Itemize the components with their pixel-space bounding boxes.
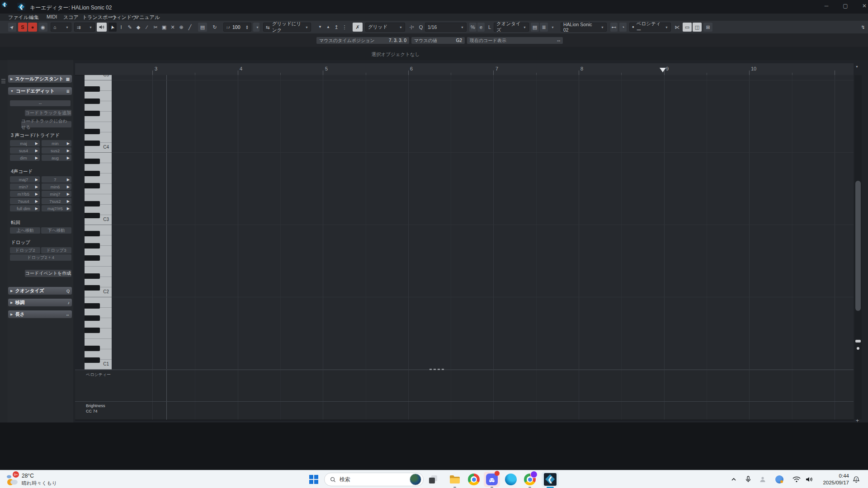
- drop2-button[interactable]: ドロップ2: [10, 247, 40, 253]
- menu-window[interactable]: ウィンドウ: [111, 14, 137, 21]
- lane-resize-grip[interactable]: [429, 369, 445, 370]
- play-icon[interactable]: ▶: [35, 206, 38, 211]
- play-icon[interactable]: ▶: [35, 149, 38, 153]
- chord-button-sus4[interactable]: sus4▶: [10, 147, 40, 154]
- insert-velocity-field[interactable]: ↓♪ 100 ▲▼: [223, 23, 251, 32]
- close-button[interactable]: ✕: [857, 3, 868, 9]
- panel-scale-assistant[interactable]: ▶ スケールアシスタント ▦: [8, 75, 72, 83]
- nudge-down-button[interactable]: ▼: [316, 23, 324, 32]
- link-to-grid-combo[interactable]: ⇆ グリッドにリンク ▼: [263, 23, 311, 32]
- midi-input-button[interactable]: ≣: [540, 23, 548, 32]
- piano-keyboard[interactable]: C5 C4 C3 C2 C1: [85, 75, 112, 370]
- play-icon[interactable]: ▶: [35, 199, 38, 203]
- play-icon[interactable]: ▶: [35, 192, 38, 196]
- play-icon[interactable]: ▶: [35, 141, 38, 145]
- iterative-quantize-button[interactable]: %: [469, 23, 476, 32]
- current-chord-field[interactable]: 現在のコード表示 --: [467, 37, 563, 44]
- menu-midi[interactable]: MIDI: [47, 14, 57, 19]
- chord-button-maj7[interactable]: maj7▶: [10, 176, 40, 183]
- panel-quantize[interactable]: ▶ クオンタイズ Q: [8, 287, 72, 295]
- black-key[interactable]: [85, 141, 100, 146]
- glue-tool[interactable]: ▣: [160, 23, 168, 32]
- black-key[interactable]: [85, 285, 100, 291]
- play-icon[interactable]: ▶: [35, 185, 38, 189]
- draw-tool[interactable]: ✎: [126, 23, 134, 32]
- add-chord-track-button[interactable]: コードトラックを追加: [25, 110, 71, 116]
- setup-window-button[interactable]: ⊞: [703, 23, 712, 32]
- chord-button-m7b5[interactable]: m7/b5▶: [10, 191, 40, 197]
- tray-clock[interactable]: 0:44 2025/09/17: [816, 473, 849, 486]
- track-output-combo[interactable]: HALion Sonic 02▼: [561, 23, 607, 32]
- split-tool[interactable]: ✂: [151, 23, 160, 32]
- pointer-pin-icon[interactable]: ➤: [8, 23, 16, 32]
- acoustic-feedback-button[interactable]: ◉: [38, 23, 47, 32]
- velocity-steppers[interactable]: ▲▼: [243, 25, 249, 29]
- play-icon[interactable]: ▶: [67, 185, 70, 189]
- black-key[interactable]: [85, 201, 100, 206]
- chord-button-7sus4[interactable]: 7sus4▶: [10, 198, 40, 204]
- timeline-ruler[interactable]: 3 4 5 6 7 8 9 10: [75, 63, 854, 75]
- black-key[interactable]: [85, 86, 100, 92]
- menu-file[interactable]: ファイル: [8, 14, 28, 21]
- scrollbar-thumb[interactable]: [855, 181, 861, 311]
- play-icon[interactable]: ▶: [67, 178, 70, 182]
- nudge-settings-button[interactable]: ⋮: [341, 23, 348, 32]
- tray-expand-button[interactable]: [729, 473, 739, 486]
- play-icon[interactable]: ▶: [35, 156, 38, 160]
- erase-tool[interactable]: ◆: [134, 23, 142, 32]
- zoom-tool[interactable]: ⊕: [177, 23, 185, 32]
- tray-wifi-button[interactable]: [791, 473, 802, 486]
- chord-button-aug[interactable]: aug▶: [42, 155, 71, 161]
- insert-velocity-value[interactable]: 100: [232, 24, 241, 30]
- search-highlight-earth-image[interactable]: [410, 474, 421, 485]
- black-key[interactable]: [85, 171, 100, 176]
- solo-editor-button[interactable]: S: [18, 23, 27, 32]
- black-key[interactable]: [85, 303, 100, 309]
- mouse-value-field[interactable]: マウスの値 G2: [411, 37, 465, 44]
- match-chord-track-button[interactable]: コードトラックに合わせる: [21, 121, 71, 127]
- chord-button-min7[interactable]: min7▶: [10, 183, 40, 190]
- chord-button-minj7[interactable]: minj7▶: [42, 191, 71, 197]
- line-tool-a[interactable]: ∕: [143, 23, 151, 32]
- left-zone-toggle[interactable]: ▤: [198, 23, 207, 32]
- move-down-button[interactable]: 下へ移動: [41, 227, 71, 234]
- velocity-menu-button[interactable]: ▼: [253, 23, 259, 32]
- autoscroll-combo[interactable]: ⇉▼: [74, 23, 95, 32]
- chord-button-maj[interactable]: maj▶: [10, 140, 40, 146]
- chord-button-7[interactable]: 7▶: [42, 176, 71, 183]
- toolbar-overflow-button[interactable]: ↯: [860, 23, 866, 32]
- playhead-marker[interactable]: [660, 68, 666, 72]
- grid-type-combo[interactable]: グリッド▼: [365, 23, 405, 32]
- mouse-time-field[interactable]: マウスのタイムポジション 7. 3. 3. 0: [316, 37, 409, 44]
- black-key[interactable]: [85, 99, 100, 104]
- search-box[interactable]: 検索: [324, 473, 424, 486]
- chord-button-sus2[interactable]: sus2▶: [42, 147, 71, 154]
- black-key[interactable]: [85, 243, 100, 249]
- note-grid[interactable]: [112, 75, 854, 370]
- chord-button-fulldim[interactable]: full dim▶: [10, 205, 40, 211]
- play-icon[interactable]: ▶: [67, 192, 70, 196]
- note-expression-button[interactable]: ✗: [353, 23, 363, 32]
- quantize-preset-combo[interactable]: 1/16▼: [425, 23, 467, 32]
- length-quantize-combo[interactable]: クオンタイズ▼: [494, 23, 529, 32]
- file-explorer-button[interactable]: [448, 473, 461, 486]
- black-key[interactable]: [85, 273, 100, 279]
- tempo-clock-button[interactable]: ◔: [619, 23, 627, 32]
- select-tool[interactable]: ➤: [108, 23, 117, 32]
- grip-line[interactable]: [1, 79, 5, 80]
- panel-chord-edit[interactable]: ▼ コードエディット ≣: [8, 87, 72, 95]
- tray-globe-button[interactable]: [774, 473, 785, 486]
- panel-length[interactable]: ▶ 長さ ↔: [8, 310, 72, 318]
- grid-match-button[interactable]: -|+: [408, 23, 416, 32]
- zoom-dot[interactable]: [857, 347, 859, 350]
- chrome-profile-button[interactable]: [524, 473, 536, 486]
- chord-button-maj7s5[interactable]: maj7/#5▶: [42, 205, 71, 211]
- trim-tool[interactable]: I: [117, 23, 125, 32]
- drop24-button[interactable]: ドロップ2 + 4: [10, 254, 71, 261]
- event-colors-combo[interactable]: ● ベロシティー ▼: [629, 23, 671, 32]
- black-key[interactable]: [85, 255, 100, 261]
- chrome-button[interactable]: [467, 473, 480, 486]
- independent-loop-button[interactable]: ↻: [210, 23, 220, 32]
- chord-button-min6[interactable]: min6▶: [42, 183, 71, 190]
- tray-app-button[interactable]: [758, 473, 768, 486]
